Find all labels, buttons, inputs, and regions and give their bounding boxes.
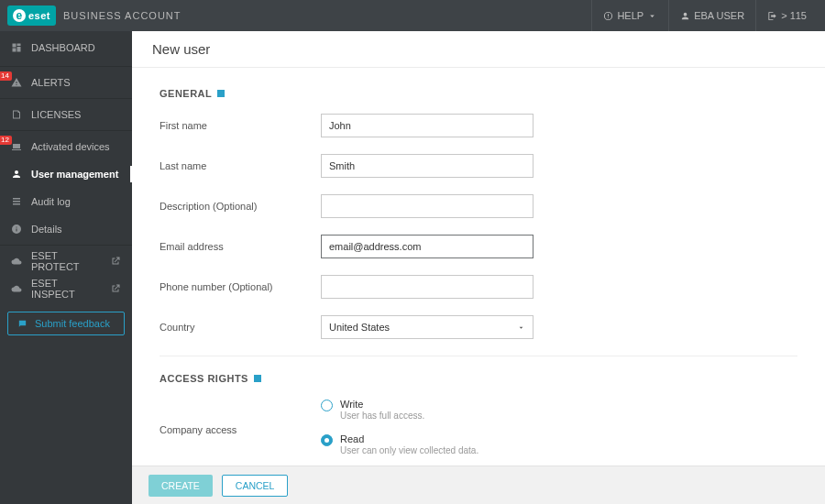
country-value: United States (329, 322, 390, 333)
label-company-access: Company access (160, 424, 321, 435)
radio-desc: User can only view collected data. (340, 445, 478, 455)
alerts-badge: 14 (0, 71, 12, 81)
logout-count: > 115 (781, 10, 807, 21)
label-email: Email address (160, 241, 321, 252)
phone-input[interactable] (321, 275, 534, 299)
submit-feedback-button[interactable]: Submit feedback (7, 312, 125, 335)
label-country: Country (160, 322, 321, 333)
brand-logo: e eset (7, 5, 56, 26)
footer-bar: CREATE CANCEL (132, 466, 825, 504)
first-name-input[interactable] (321, 114, 534, 137)
sidebar-item-eset-inspect[interactable]: ESET INSPECT (0, 275, 132, 302)
sidebar-item-user-management[interactable]: User management (0, 160, 132, 188)
sidebar-item-licenses[interactable]: LICENSES (0, 101, 132, 128)
section-general: GENERAL (160, 88, 798, 99)
logout-icon (767, 11, 777, 21)
radio-title: Write (340, 399, 424, 410)
section-marker-icon (217, 90, 225, 97)
sidebar-item-label: LICENSES (31, 109, 81, 120)
external-link-icon (110, 283, 121, 294)
last-name-input[interactable] (321, 154, 534, 178)
user-menu[interactable]: EBA USER (668, 0, 755, 31)
sidebar-item-label: ESET INSPECT (31, 278, 101, 300)
brand-logo-icon: e (13, 9, 26, 22)
page-title: New user (132, 31, 825, 68)
chevron-down-icon (517, 323, 525, 332)
section-access-rights: ACCESS RIGHTS (160, 373, 798, 384)
cloud-icon (11, 256, 22, 267)
company-access-write-radio[interactable]: Write User has full access. (321, 399, 798, 421)
dashboard-icon (11, 42, 22, 53)
country-select[interactable]: United States (321, 315, 534, 339)
sidebar-item-dashboard[interactable]: DASHBOARD (0, 31, 132, 64)
license-icon (11, 109, 22, 120)
sidebar-item-label: Details (31, 224, 62, 235)
sidebar-item-label: Activated devices (31, 141, 110, 152)
section-marker-icon (254, 375, 261, 382)
alert-icon (11, 77, 22, 88)
help-button[interactable]: HELP (591, 0, 668, 31)
radio-title: Read (340, 433, 478, 444)
feedback-label: Submit feedback (35, 318, 110, 329)
log-icon (11, 196, 22, 207)
sidebar-item-label: DASHBOARD (31, 42, 95, 53)
section-general-label: GENERAL (160, 88, 212, 99)
label-first-name: First name (160, 120, 321, 131)
sidebar-item-eset-protect[interactable]: ESET PROTECT (0, 247, 132, 275)
sidebar-item-label: Audit log (31, 196, 71, 207)
email-input[interactable] (321, 235, 534, 258)
create-button[interactable]: CREATE (148, 475, 213, 497)
section-access-label: ACCESS RIGHTS (160, 373, 248, 384)
sidebar-item-alerts[interactable]: 14 ALERTS (0, 69, 132, 96)
user-icon (680, 11, 690, 21)
main-panel: New user GENERAL First name Last name De… (132, 31, 825, 504)
help-label: HELP (617, 10, 644, 21)
app-title: BUSINESS ACCOUNT (63, 10, 181, 21)
chevron-down-icon (647, 11, 657, 21)
users-icon (11, 169, 22, 180)
create-label: CREATE (161, 480, 200, 491)
description-input[interactable] (321, 194, 534, 218)
radio-icon (321, 434, 333, 446)
sidebar-item-label: ESET PROTECT (31, 250, 101, 272)
top-bar: e eset BUSINESS ACCOUNT HELP EBA USER > … (0, 0, 825, 31)
form-area[interactable]: GENERAL First name Last name Description… (132, 68, 825, 466)
sidebar: DASHBOARD 14 ALERTS LICENSES 12 Activate… (0, 31, 132, 504)
cloud-icon (11, 283, 22, 294)
label-description: Description (Optional) (160, 201, 321, 212)
sidebar-item-details[interactable]: Details (0, 215, 132, 243)
logout-button[interactable]: > 115 (755, 0, 818, 31)
label-last-name: Last name (160, 160, 321, 171)
activated-badge: 12 (0, 136, 12, 145)
sidebar-item-label: User management (31, 169, 118, 180)
cancel-label: CANCEL (236, 480, 275, 491)
label-phone: Phone number (Optional) (160, 281, 321, 292)
cancel-button[interactable]: CANCEL (222, 475, 289, 497)
info-icon (11, 224, 22, 235)
brand-logo-text: eset (28, 10, 50, 21)
sidebar-item-label: ALERTS (31, 77, 71, 88)
radio-desc: User has full access. (340, 411, 424, 421)
chat-icon (17, 319, 28, 329)
user-label: EBA USER (694, 10, 744, 21)
company-access-read-radio[interactable]: Read User can only view collected data. (321, 433, 798, 455)
external-link-icon (110, 256, 121, 267)
radio-icon (321, 400, 333, 411)
help-icon (603, 11, 613, 21)
devices-icon (11, 141, 22, 152)
sidebar-item-activated-devices[interactable]: 12 Activated devices (0, 133, 132, 160)
divider (160, 356, 798, 356)
sidebar-item-audit-log[interactable]: Audit log (0, 188, 132, 215)
